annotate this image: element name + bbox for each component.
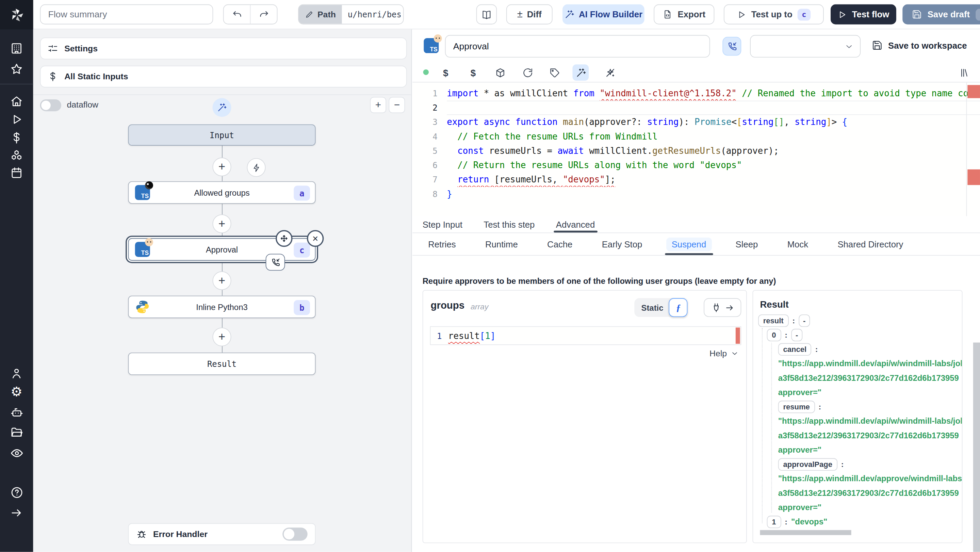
variables-dollar-button[interactable]: $ [438,64,454,81]
format-tag-button[interactable] [546,64,563,81]
result-key-pill[interactable]: cancel [778,343,811,355]
diff-button[interactable]: ± Diff [506,5,553,24]
sidebar-item-user[interactable] [0,364,33,383]
step-id-badge: b [294,300,310,315]
path-button[interactable]: Path u/henri/bes [298,5,404,24]
step-name-input[interactable]: Approval [445,35,710,57]
windmill-logo[interactable] [0,0,33,29]
subtab-mock[interactable]: Mock [782,233,814,255]
error-handler-toggle[interactable] [282,528,307,541]
ai-disabled-sparkles-button[interactable] [602,64,618,81]
add-trigger-button[interactable] [247,158,266,177]
code-token: await [557,146,584,156]
sidebar-item-resources[interactable] [0,146,33,164]
ai-flow-builder-button[interactable]: AI Flow Builder [563,5,644,24]
result-key-pill[interactable]: result [758,314,788,327]
sidebar-item-settings[interactable]: ⚙ [0,382,33,401]
tab-step-input[interactable]: Step Input [423,216,463,233]
connect-input-button[interactable] [704,298,741,317]
dependencies-package-button[interactable] [492,64,508,81]
sidebar-item-workers[interactable] [0,403,33,422]
subtab-sleep[interactable]: Sleep [730,233,764,255]
sidebar-item-audit[interactable] [0,444,33,463]
result-string-value: a3f58d13e212/3963172903/2c77d162d6b17395… [778,431,959,441]
subtab-shared-directory[interactable]: Shared Directory [832,233,909,255]
subtab-cache[interactable]: Cache [542,233,578,255]
sidebar-item-home[interactable] [0,92,33,111]
all-static-inputs-button[interactable]: All Static Inputs [40,66,407,87]
ai-graph-wand-button[interactable] [212,98,231,117]
static-toggle[interactable]: Static ƒ [634,298,688,317]
function-mode-button[interactable]: ƒ [669,298,688,317]
calendar-icon [10,166,23,179]
add-step-button[interactable]: + [212,271,231,290]
sidebar-item-help[interactable] [0,483,33,502]
zoom-out-button[interactable]: − [388,97,405,113]
sidebar-item-schedules[interactable] [0,163,33,182]
result-string-value: approver=" [778,503,821,512]
collapse-toggle[interactable]: - [799,314,810,327]
tab-test-this-step[interactable]: Test this step [484,216,535,233]
code-token: string [647,117,679,127]
flow-summary-input[interactable]: Flow summary [40,5,213,24]
collapse-toggle[interactable]: - [791,328,802,341]
docs-button[interactable] [476,5,497,24]
sidebar-item-workspace[interactable] [0,39,33,57]
subtab-retries[interactable]: Retries [423,233,462,255]
save-to-workspace-button[interactable]: Save to workspace [872,40,967,51]
subtab-runtime[interactable]: Runtime [479,233,523,255]
plus-minus-icon: ± [517,9,523,20]
graph-node-approval[interactable]: TS Approval c × [128,238,316,261]
zoom-in-button[interactable]: + [370,97,386,113]
add-step-button[interactable]: + [212,328,231,346]
line-number: 3 [412,115,447,129]
graph-node-result[interactable]: Result [128,353,316,375]
resources-dollar-button[interactable]: $ [465,64,482,81]
delete-step-button[interactable]: × [307,230,324,247]
result-key-pill[interactable]: approvalPage [778,458,837,470]
add-step-button[interactable]: + [212,157,231,176]
groups-expression-editor[interactable]: 1 result[1] [430,326,741,345]
save-draft-button[interactable]: Save draft C [902,5,980,24]
suspend-phone-indicator[interactable] [266,254,285,271]
graph-node-inline-python3[interactable]: Inline Python3 b [128,296,316,318]
test-flow-button[interactable]: Test flow [830,5,896,24]
plus-icon: + [218,217,225,231]
result-key-pill[interactable]: resume [778,400,815,413]
subtab-suspend[interactable]: Suspend [666,233,712,255]
result-key-pill[interactable]: 1 [767,515,781,528]
move-step-button[interactable] [275,230,293,247]
code-token: [] [773,117,784,127]
colon: : [815,345,818,353]
sidebar-collapse-button[interactable] [0,503,33,522]
graph-node-input[interactable]: Input [128,124,316,146]
robot-icon [10,406,23,419]
graph-node-allowed-groups[interactable]: TS Allowed groups a [128,181,316,204]
test-up-to-button[interactable]: Test up to c [724,5,824,24]
sidebar-item-favorites[interactable] [0,59,33,78]
settings-button[interactable]: Settings [40,37,407,59]
workspace-building-icon [10,41,23,55]
result-key-pill[interactable]: 0 [767,328,781,341]
redo-button[interactable] [251,5,277,24]
save-icon [872,40,882,51]
workspace-script-select[interactable] [750,35,861,57]
suspend-phone-button[interactable] [722,37,741,56]
tab-advanced[interactable]: Advanced [556,216,595,233]
dataflow-toggle[interactable] [40,99,61,111]
save-draft-shortcut-badge: C [975,8,980,21]
reset-refresh-button[interactable] [519,64,536,81]
undo-button[interactable] [224,5,250,24]
add-step-button[interactable]: + [212,215,231,233]
library-button[interactable] [955,64,972,81]
export-button[interactable]: Export [654,5,714,24]
subtab-early-stop[interactable]: Early Stop [596,233,648,255]
help-dropdown[interactable]: Help [710,349,739,358]
sidebar-item-runs[interactable] [0,110,33,129]
page-scrollbar[interactable] [973,343,980,552]
ai-assistant-wand-button[interactable] [572,64,589,81]
horizontal-scrollbar[interactable] [760,530,851,535]
sidebar-item-variables[interactable] [0,128,33,147]
sidebar-item-folders[interactable] [0,423,33,441]
code-editor[interactable]: 1import * as wmillClient from "windmill-… [412,82,980,216]
